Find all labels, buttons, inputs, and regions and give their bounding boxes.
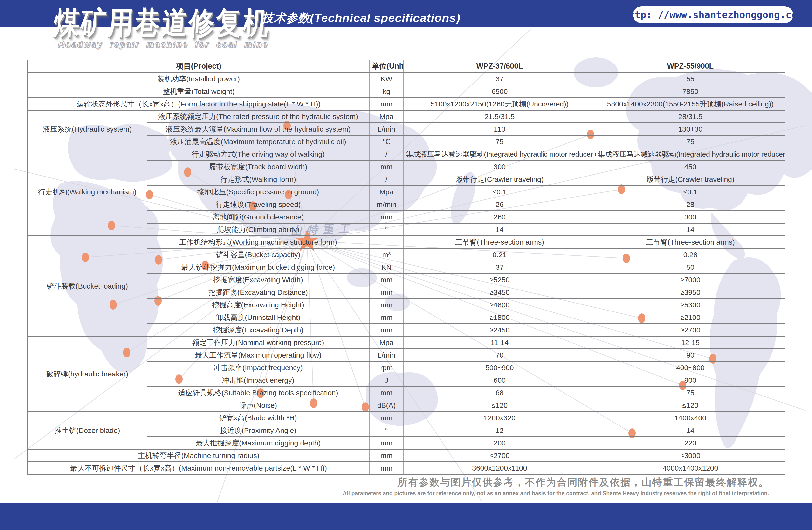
value-cell-wpz37: 11-14 — [404, 336, 596, 349]
value-cell-wpz37: 600 — [404, 374, 596, 387]
value-cell-wpz37: 37 — [404, 73, 596, 85]
table-row: 装机功率(Installed power)KW3755 — [28, 73, 785, 85]
value-cell-wpz55: 12-15 — [596, 336, 785, 349]
value-cell-wpz55: 14 — [596, 424, 785, 437]
unit-cell: ℃ — [369, 136, 404, 148]
unit-cell: mm — [369, 311, 404, 324]
page-subtitle: Roadway repair machine for coal mine — [58, 39, 268, 50]
value-cell-wpz37: 300 — [404, 161, 596, 173]
item-cell: 液压油最高温度(Maximum temperature of hydraulic… — [147, 136, 369, 148]
item-cell: 适应钎具规格(Suitable Brazing tools specificat… — [147, 387, 369, 399]
table-row: 破碎锤(hydraulic breaker)额定工作压力(Nominal wor… — [28, 336, 785, 349]
item-cell: 最大铲斗挖掘力(Maximum bucket digging force) — [147, 261, 369, 274]
table-row: 行走机构(Walking mechanism)行走驱动方式(The drivin… — [28, 148, 785, 161]
value-cell-wpz37: 履带行走(Crawler traveling) — [404, 173, 596, 186]
section-title: 技术参数(Technical specifications) — [262, 10, 460, 26]
value-cell-wpz55: 55 — [596, 73, 785, 85]
item-cell: 行走速度(Traveling speed) — [147, 198, 369, 211]
unit-cell: mm — [369, 161, 404, 173]
value-cell-wpz37: 200 — [404, 437, 596, 449]
item-cell: 挖掘距离(Excavating Distance) — [147, 286, 369, 299]
item-cell: 冲击能(Impact energy) — [147, 374, 369, 387]
value-cell-wpz37: 75 — [404, 136, 596, 148]
group-cell: 行走机构(Walking mechanism) — [28, 148, 147, 236]
item-cell: 接地比压(Specific pressure to ground) — [147, 186, 369, 198]
table-row: 整机重量(Total weight)kg65007850 — [28, 85, 785, 98]
value-cell-wpz55: 50 — [596, 261, 785, 274]
unit-cell: mm — [369, 98, 404, 110]
item-cell: 工作机结构形式(Working machine structure form) — [147, 236, 369, 249]
item-cell: 最大不可拆卸件尺寸（长x宽x高）(Maximum non-removable p… — [28, 462, 369, 474]
group-cell: 铲斗装载(Bucket loading) — [28, 236, 147, 336]
group-cell: 液压系统(Hydraulic system) — [28, 110, 147, 148]
unit-cell — [369, 236, 404, 249]
item-cell: 最大工作流量(Maximum operating flow) — [147, 349, 369, 361]
unit-cell: Mpa — [369, 186, 404, 198]
table-row: 运输状态外形尺寸（长x宽x高）(Form factor in the shipp… — [28, 98, 785, 110]
value-cell-wpz55: 130+30 — [596, 123, 785, 136]
unit-cell: mm — [369, 286, 404, 299]
item-cell: 铲宽x高(Blade width *H) — [147, 412, 369, 424]
item-cell: 额定工作压力(Nominal working pressure) — [147, 336, 369, 349]
unit-cell: KN — [369, 261, 404, 274]
unit-cell: J — [369, 374, 404, 387]
unit-cell: mm — [369, 274, 404, 286]
item-cell: 行走驱动方式(The driving way of walking) — [147, 148, 369, 161]
item-cell: 行走形式(Walking form) — [147, 173, 369, 186]
unit-cell: mm — [369, 449, 404, 462]
value-cell-wpz37: ≤120 — [404, 399, 596, 412]
value-cell-wpz55: 7850 — [596, 85, 785, 98]
value-cell-wpz55: ≥3950 — [596, 286, 785, 299]
unit-cell: L/min — [369, 123, 404, 136]
value-cell-wpz37: 6500 — [404, 85, 596, 98]
value-cell-wpz55: 28 — [596, 198, 785, 211]
spec-table: 项目(Project) 单位(Unit) WPZ-37/600L WPZ-55/… — [27, 60, 785, 475]
item-cell: 挖掘深度(Excavating Depth) — [147, 324, 369, 336]
value-cell-wpz55: 400~800 — [596, 361, 785, 374]
value-cell-wpz37: 260 — [404, 211, 596, 223]
item-cell: 整机重量(Total weight) — [28, 85, 369, 98]
column-header-model1: WPZ-37/600L — [404, 60, 596, 73]
disclaimer-en: All parameters and pictures are for refe… — [343, 490, 769, 497]
unit-cell: ° — [369, 223, 404, 236]
value-cell-wpz37: ≥2450 — [404, 324, 596, 336]
table-row: 推土铲(Dozer blade)铲宽x高(Blade width *H)mm12… — [28, 412, 785, 424]
value-cell-wpz55: ≥5300 — [596, 299, 785, 311]
unit-cell: / — [369, 173, 404, 186]
value-cell-wpz55: 90 — [596, 349, 785, 361]
unit-cell: L/min — [369, 349, 404, 361]
value-cell-wpz37: 12 — [404, 424, 596, 437]
website-url[interactable]: Http: //www.shantezhonggong.com — [633, 6, 793, 23]
unit-cell: / — [369, 148, 404, 161]
value-cell-wpz55: 220 — [596, 437, 785, 449]
value-cell-wpz55: ≥2100 — [596, 311, 785, 324]
value-cell-wpz37: 110 — [404, 123, 596, 136]
unit-cell: Mpa — [369, 110, 404, 123]
value-cell-wpz55: 75 — [596, 136, 785, 148]
unit-cell: m/min — [369, 198, 404, 211]
value-cell-wpz37: 68 — [404, 387, 596, 399]
value-cell-wpz55: ≥7000 — [596, 274, 785, 286]
unit-cell: rpm — [369, 361, 404, 374]
item-cell: 卸载高度(Uninstall Height) — [147, 311, 369, 324]
table-row: 最大不可拆卸件尺寸（长x宽x高）(Maximum non-removable p… — [28, 462, 785, 474]
value-cell-wpz55: 900 — [596, 374, 785, 387]
unit-cell: mm — [369, 387, 404, 399]
unit-cell: mm — [369, 412, 404, 424]
value-cell-wpz55: 0.28 — [596, 249, 785, 261]
unit-cell: mm — [369, 299, 404, 311]
value-cell-wpz37: ≥4800 — [404, 299, 596, 311]
value-cell-wpz37: ≥1800 — [404, 311, 596, 324]
value-cell-wpz37: 21.5/31.5 — [404, 110, 596, 123]
value-cell-wpz37: 0.21 — [404, 249, 596, 261]
item-cell: 噪声(Noise) — [147, 399, 369, 412]
item-cell: 运输状态外形尺寸（长x宽x高）(Form factor in the shipp… — [28, 98, 369, 110]
value-cell-wpz55: 4000x1400x1200 — [596, 462, 785, 474]
value-cell-wpz37: 70 — [404, 349, 596, 361]
disclaimer-cn: 所有参数与图片仅供参考，不作为合同附件及依据，山特重工保留最终解释权。 — [343, 476, 769, 489]
unit-cell: KW — [369, 73, 404, 85]
unit-cell: kg — [369, 85, 404, 98]
value-cell-wpz37: ≤2700 — [404, 449, 596, 462]
item-cell: 液压系统额定压力(The rated pressure of the hydra… — [147, 110, 369, 123]
value-cell-wpz55: 三节臂(Three-section arms) — [596, 236, 785, 249]
